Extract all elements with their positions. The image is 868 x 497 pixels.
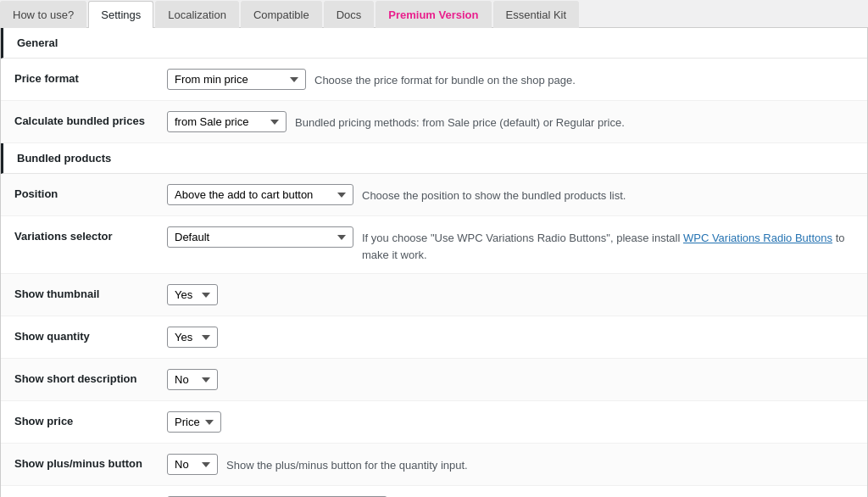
price-format-hint: Choose the price format for bundle on th… [314,69,854,89]
position-hint: Choose the position to show the bundled … [362,184,854,204]
show-short-description-select[interactable]: No Yes [167,369,218,390]
show-price-select[interactable]: Price No Yes [167,411,221,433]
show-plus-minus-control: No Yes Show the plus/minus button for th… [167,454,854,475]
bundled-products-section-header: Bundled products [1,143,867,174]
tab-navigation: How to use? Settings Localization Compat… [0,0,868,28]
show-plus-minus-select[interactable]: No Yes [167,454,218,475]
show-short-description-control: No Yes [167,369,854,390]
position-label: Position [14,184,167,200]
calculate-bundled-control: from Sale price from Regular price Bundl… [167,111,854,132]
show-price-row: Show price Price No Yes [1,401,867,444]
tab-settings[interactable]: Settings [88,1,153,28]
variations-selector-select[interactable]: Default WPC Variations Radio Buttons [167,226,353,248]
show-quantity-control: Yes No [167,327,854,348]
settings-content: General Price format From min price From… [0,28,868,497]
show-quantity-label: Show quantity [14,327,167,343]
calculate-bundled-select[interactable]: from Sale price from Regular price [167,111,287,132]
tab-essential-kit[interactable]: Essential Kit [493,1,580,28]
price-format-row: Price format From min price From min to … [1,59,867,101]
price-format-control: From min price From min to max price Tot… [167,69,854,90]
show-plus-minus-row: Show plus/minus button No Yes Show the p… [1,444,867,486]
show-plus-minus-hint: Show the plus/minus button for the quant… [226,454,854,474]
price-format-select[interactable]: From min price From min to max price Tot… [167,69,306,90]
variations-selector-hint: If you choose "Use WPC Variations Radio … [362,226,854,263]
show-short-description-row: Show short description No Yes [1,359,867,401]
calculate-bundled-hint: Bundled pricing methods: from Sale price… [295,111,854,131]
calculate-bundled-label: Calculate bundled prices [14,111,167,127]
tab-how-to-use[interactable]: How to use? [0,1,86,28]
variations-selector-label: Variations selector [14,226,167,243]
settings-page: How to use? Settings Localization Compat… [0,0,868,497]
tab-localization[interactable]: Localization [155,1,239,28]
price-format-label: Price format [14,69,167,85]
show-quantity-row: Show quantity Yes No [1,316,867,359]
link-individual-row: Link to individual product Yes, open in … [1,486,867,497]
general-section-header: General [1,28,867,59]
show-thumbnail-label: Show thumbnail [14,284,167,300]
calculate-bundled-row: Calculate bundled prices from Sale price… [1,101,867,143]
variations-selector-control: Default WPC Variations Radio Buttons If … [167,226,854,263]
show-thumbnail-row: Show thumbnail Yes No [1,274,867,316]
tab-docs[interactable]: Docs [324,1,375,28]
show-thumbnail-control: Yes No [167,284,854,305]
tab-premium-version[interactable]: Premium Version [376,1,491,28]
show-price-control: Price No Yes [167,411,854,433]
show-plus-minus-label: Show plus/minus button [14,454,167,470]
show-quantity-select[interactable]: Yes No [167,327,218,348]
tab-compatible[interactable]: Compatible [241,1,322,28]
position-control: Above the add to cart button Below the a… [167,184,854,205]
position-select[interactable]: Above the add to cart button Below the a… [167,184,353,205]
show-price-label: Show price [14,411,167,427]
variations-selector-row: Variations selector Default WPC Variatio… [1,216,867,274]
show-thumbnail-select[interactable]: Yes No [167,284,218,305]
wpc-variations-link[interactable]: WPC Variations Radio Buttons [683,232,832,244]
position-row: Position Above the add to cart button Be… [1,174,867,216]
show-short-description-label: Show short description [14,369,167,385]
